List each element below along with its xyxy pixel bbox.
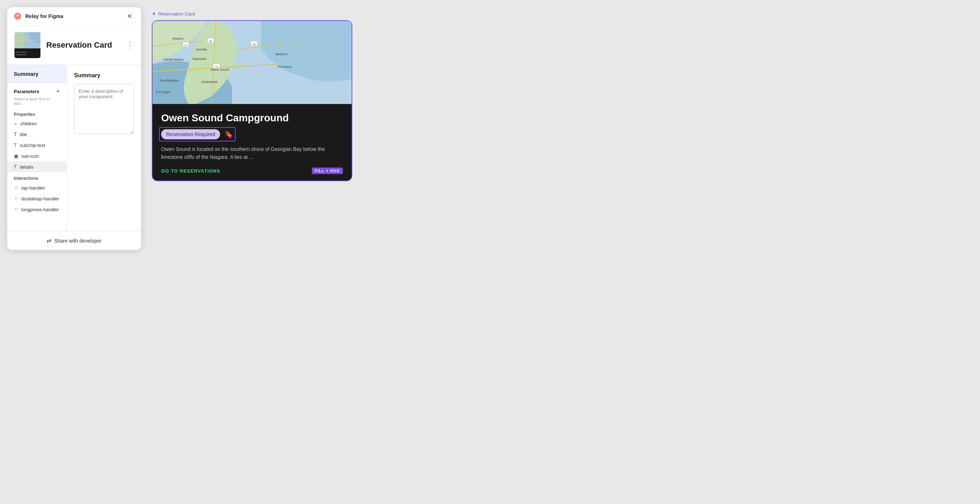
nav-item-longpress-handler[interactable]: ☜ longpress-handler bbox=[7, 204, 67, 215]
svg-text:Wiarton: Wiarton bbox=[172, 37, 184, 40]
selection-handle-bl bbox=[152, 179, 154, 181]
svg-text:Hepworth: Hepworth bbox=[192, 57, 206, 61]
map-svg: Wiarton Kemble Sauble Beach Hepworth Owe… bbox=[153, 21, 352, 104]
svg-text:10: 10 bbox=[215, 65, 218, 68]
nav-item-subchip-text[interactable]: T subchip-text bbox=[7, 140, 67, 151]
panel-footer: ⇄ Share with developer bbox=[7, 231, 141, 250]
card-title: Owen Sound Campground bbox=[161, 112, 343, 124]
svg-text:26: 26 bbox=[209, 40, 212, 43]
svg-text:Meaford: Meaford bbox=[275, 52, 287, 56]
preview-title: Reservation Card bbox=[158, 11, 195, 17]
relay-logo-icon bbox=[14, 12, 22, 20]
component-thumbnail: Owen SoundCampground bbox=[14, 32, 40, 58]
svg-text:Port Elgin: Port Elgin bbox=[156, 90, 170, 94]
parameters-section: Parameters + bbox=[7, 83, 67, 97]
parameters-label: Parameters bbox=[14, 89, 40, 94]
svg-text:Thornbury: Thornbury bbox=[277, 65, 292, 68]
component-info: Owen SoundCampground Reservation Card ⋮ bbox=[7, 25, 141, 65]
card-info: Owen Sound Campground Reservation Requir… bbox=[153, 104, 352, 181]
nav-item-tap-label: tap-handler bbox=[21, 185, 45, 191]
gesture-icon-2: ☜ bbox=[14, 196, 18, 201]
panel-content: Summary bbox=[67, 65, 141, 231]
card-map: Wiarton Kemble Sauble Beach Hepworth Owe… bbox=[153, 21, 352, 104]
gesture-icon-3: ☜ bbox=[14, 206, 18, 212]
header-left: Relay for Figma bbox=[14, 12, 63, 20]
reservation-tag: Reservation Required bbox=[161, 129, 220, 139]
nav-item-doubletap-label: doubletap-handler bbox=[21, 196, 59, 201]
nav-item-subchip-label: subchip-text bbox=[20, 143, 45, 148]
summary-tab[interactable]: Summary bbox=[7, 65, 67, 83]
indent-icon: ↳ bbox=[14, 121, 18, 126]
share-label: Share with developer bbox=[54, 238, 102, 244]
right-panel: ✦ Reservation Card bbox=[152, 7, 973, 181]
card-tags: Reservation Required 🔖 bbox=[161, 129, 343, 139]
text-icon: T bbox=[14, 132, 17, 137]
component-menu-button[interactable]: ⋮ bbox=[126, 41, 134, 49]
app-name: Relay for Figma bbox=[25, 13, 63, 19]
properties-group-label: Properties bbox=[7, 108, 67, 119]
card-description: Owen Sound is located on the southern sh… bbox=[161, 145, 343, 162]
fill-hug-badge: Fill × Hug bbox=[312, 168, 343, 174]
thumbnail-map-svg bbox=[14, 32, 40, 48]
selection-handle-tr bbox=[350, 21, 352, 22]
reservation-card: Wiarton Kemble Sauble Beach Hepworth Owe… bbox=[152, 20, 352, 181]
close-icon: ✕ bbox=[127, 13, 132, 20]
nav-item-details[interactable]: T details bbox=[7, 162, 67, 172]
gesture-icon-1: ☜ bbox=[14, 185, 18, 191]
bookmark-icon[interactable]: 🔖 bbox=[224, 130, 234, 139]
card-footer: GO TO RESERVATIONS Fill × Hug bbox=[161, 168, 343, 174]
thumb-text: Owen SoundCampground bbox=[16, 51, 26, 55]
svg-text:26: 26 bbox=[253, 43, 256, 46]
svg-text:Chatsworth: Chatsworth bbox=[201, 80, 218, 84]
thumbnail-map bbox=[14, 32, 40, 48]
left-panel: Relay for Figma ✕ Owen SoundCampground R… bbox=[7, 7, 141, 250]
svg-text:10: 10 bbox=[184, 44, 187, 47]
parameters-hint: Select a layer first to add... bbox=[7, 97, 67, 108]
nav-item-details-label: details bbox=[20, 164, 33, 170]
svg-text:Kemble: Kemble bbox=[196, 48, 207, 51]
selection-handle-tl bbox=[153, 21, 154, 22]
panel-nav: Summary Parameters + Select a layer firs… bbox=[7, 65, 67, 231]
add-parameter-button[interactable]: + bbox=[56, 88, 60, 95]
image-icon: ▣ bbox=[14, 153, 18, 159]
share-icon: ⇄ bbox=[47, 237, 51, 244]
text-icon-3: T bbox=[14, 164, 17, 170]
svg-text:Owen Sound: Owen Sound bbox=[210, 68, 229, 71]
reservations-link[interactable]: GO TO RESERVATIONS bbox=[161, 168, 220, 174]
nav-item-children[interactable]: ↳ children bbox=[7, 119, 67, 129]
nav-item-tap-handler[interactable]: ☜ tap-handler bbox=[7, 182, 67, 193]
description-textarea[interactable] bbox=[74, 84, 134, 134]
nav-item-doubletap-handler[interactable]: ☜ doubletap-handler bbox=[7, 193, 67, 204]
content-section-title: Summary bbox=[74, 72, 134, 79]
nav-item-sub-icon[interactable]: ▣ sub-icon bbox=[7, 151, 67, 162]
thumbnail-bottom: Owen SoundCampground bbox=[14, 48, 40, 58]
nav-item-title[interactable]: T title bbox=[7, 129, 67, 140]
interactions-group-label: Interactions bbox=[7, 172, 67, 182]
nav-item-longpress-label: longpress-handler bbox=[21, 207, 59, 212]
nav-item-sub-icon-label: sub-icon bbox=[21, 154, 39, 159]
nav-item-title-label: title bbox=[20, 132, 27, 137]
nav-item-children-label: children bbox=[20, 121, 37, 126]
share-with-developer-button[interactable]: ⇄ Share with developer bbox=[47, 237, 102, 244]
selection-handle-br bbox=[350, 179, 352, 181]
close-button[interactable]: ✕ bbox=[125, 12, 134, 20]
panel-body: Summary Parameters + Select a layer firs… bbox=[7, 65, 141, 231]
preview-label: ✦ Reservation Card bbox=[152, 11, 195, 17]
svg-text:Southampton: Southampton bbox=[160, 79, 179, 82]
svg-text:Sauble Beach: Sauble Beach bbox=[163, 58, 184, 61]
text-icon-2: T bbox=[14, 142, 17, 148]
relay-preview-icon: ✦ bbox=[152, 11, 156, 17]
component-name: Reservation Card bbox=[46, 40, 112, 50]
panel-header: Relay for Figma ✕ bbox=[7, 7, 141, 25]
more-icon: ⋮ bbox=[126, 41, 134, 49]
